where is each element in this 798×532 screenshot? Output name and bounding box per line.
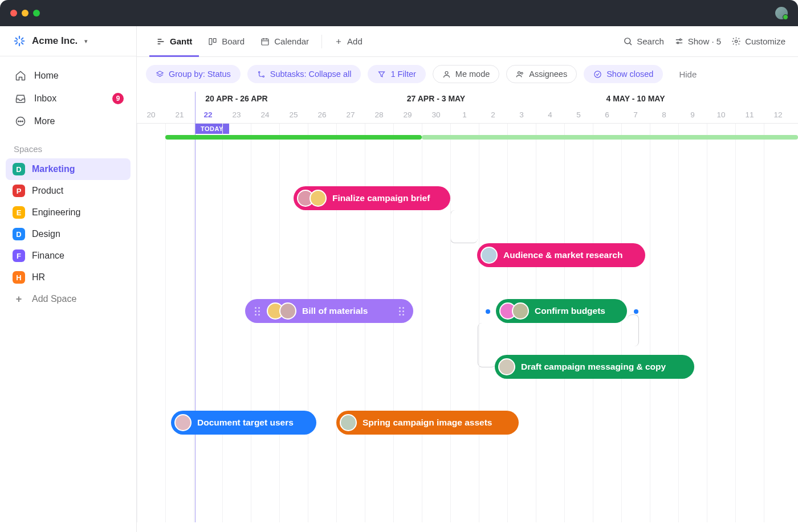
- task-audience[interactable]: Audience & market research: [477, 243, 645, 267]
- minimize-dot[interactable]: [22, 10, 28, 17]
- space-badge: D: [13, 163, 25, 175]
- nav-label: More: [34, 116, 55, 126]
- day-cell[interactable]: 25: [279, 111, 308, 119]
- svg-point-3: [22, 121, 23, 122]
- label: Show closed: [606, 69, 653, 79]
- drag-handle-icon[interactable]: [253, 307, 261, 316]
- day-cell[interactable]: 2: [479, 111, 507, 119]
- milestone-dot[interactable]: [634, 309, 638, 314]
- day-cell[interactable]: 28: [365, 111, 393, 119]
- sidebar: Acme Inc. ▾ Home Inbox 9 More: [0, 26, 137, 532]
- add-space-button[interactable]: +Add Space: [6, 288, 131, 310]
- filter-bar: Group by: Status Subtasks: Collapse all …: [137, 57, 798, 91]
- chip-assignees[interactable]: Assignees: [506, 65, 577, 83]
- close-dot[interactable]: [10, 10, 17, 17]
- tab-board[interactable]: Board: [201, 26, 251, 56]
- nav-more[interactable]: More: [8, 110, 128, 133]
- tab-calendar[interactable]: Calendar: [254, 26, 316, 56]
- svg-point-1: [18, 121, 19, 122]
- show-button[interactable]: Show · 5: [674, 36, 721, 46]
- maximize-dot[interactable]: [33, 10, 40, 17]
- task-finalize[interactable]: Finalize campaign brief: [294, 186, 450, 210]
- day-cell[interactable]: 20: [137, 111, 165, 119]
- day-cell[interactable]: 8: [650, 111, 678, 119]
- space-badge: F: [13, 249, 25, 262]
- space-item-product[interactable]: PProduct: [6, 180, 131, 202]
- space-item-marketing[interactable]: DMarketing: [6, 158, 131, 180]
- day-cell[interactable]: 26: [308, 111, 336, 119]
- home-icon: [15, 70, 26, 81]
- day-cell[interactable]: 27: [336, 111, 365, 119]
- day-cell[interactable]: 24: [251, 111, 279, 119]
- chip-me-mode[interactable]: Me mode: [433, 65, 499, 83]
- workspace-logo-icon: [13, 34, 26, 48]
- day-cell[interactable]: 22: [194, 111, 222, 119]
- connector: [478, 323, 496, 367]
- hide-button[interactable]: Hide: [673, 66, 702, 83]
- workspace-switcher[interactable]: Acme Inc. ▾: [0, 26, 136, 56]
- inbox-icon: [15, 93, 26, 104]
- task-label: Document target users: [197, 418, 294, 428]
- task-label: Bill of materials: [302, 306, 368, 316]
- chip-show-closed[interactable]: Show closed: [584, 65, 663, 83]
- nav-inbox[interactable]: Inbox 9: [8, 87, 128, 110]
- chip-filter[interactable]: 1 Filter: [368, 65, 425, 83]
- space-item-hr[interactable]: HHR: [6, 267, 131, 288]
- task-document-users[interactable]: Document target users: [171, 411, 316, 435]
- week-label: 4 MAY - 10 MAY: [536, 94, 735, 103]
- task-bill-of-materials[interactable]: Bill of materials: [245, 299, 413, 323]
- people-icon: [516, 70, 524, 79]
- svg-point-2: [20, 121, 21, 122]
- plus-icon: [335, 38, 343, 46]
- day-cell[interactable]: 3: [507, 111, 536, 119]
- today-line: [195, 92, 196, 522]
- task-spring-assets[interactable]: Spring campaign image assets: [336, 411, 519, 435]
- search-icon: [623, 36, 633, 46]
- window-controls[interactable]: [10, 10, 40, 17]
- sliders-icon: [674, 36, 684, 46]
- day-cell[interactable]: 11: [735, 111, 764, 119]
- space-label: HR: [32, 272, 45, 283]
- customize-button[interactable]: Customize: [731, 36, 785, 46]
- space-item-design[interactable]: DDesign: [6, 223, 131, 245]
- day-cell[interactable]: 5: [564, 111, 593, 119]
- svg-point-12: [263, 76, 264, 77]
- svg-point-10: [735, 40, 738, 42]
- milestone-dot[interactable]: [486, 309, 490, 314]
- label: 1 Filter: [390, 69, 416, 79]
- search-button[interactable]: Search: [623, 36, 664, 46]
- day-cell[interactable]: 21: [165, 111, 194, 119]
- inbox-badge: 9: [112, 93, 124, 104]
- tab-gantt[interactable]: Gantt: [149, 26, 199, 56]
- space-item-finance[interactable]: FFinance: [6, 245, 131, 267]
- timeline-header: 20 APR - 26 APR27 APR - 3 MAY4 MAY - 10 …: [137, 91, 798, 124]
- day-cell[interactable]: 6: [593, 111, 621, 119]
- day-cell[interactable]: 10: [707, 111, 735, 119]
- drag-handle-icon[interactable]: [397, 307, 405, 316]
- day-cell[interactable]: 7: [621, 111, 650, 119]
- plus-icon: +: [13, 293, 25, 305]
- svg-point-11: [258, 71, 260, 73]
- day-cell[interactable]: 29: [393, 111, 422, 119]
- day-cell[interactable]: 4: [536, 111, 564, 119]
- day-cell[interactable]: 1: [450, 111, 479, 119]
- label: Search: [637, 36, 664, 46]
- user-avatar[interactable]: [775, 7, 788, 19]
- task-confirm-budgets[interactable]: Confirm budgets: [496, 299, 627, 323]
- day-cell[interactable]: 23: [222, 111, 251, 119]
- day-cell[interactable]: 30: [422, 111, 450, 119]
- task-draft-messaging[interactable]: Draft campaign messaging & copy: [495, 355, 694, 379]
- space-item-engineering[interactable]: EEngineering: [6, 202, 131, 223]
- svg-point-7: [625, 38, 630, 44]
- chip-subtasks[interactable]: Subtasks: Collapse all: [247, 65, 361, 83]
- nav-home[interactable]: Home: [8, 64, 128, 87]
- day-cell[interactable]: 9: [678, 111, 707, 119]
- chip-groupby[interactable]: Group by: Status: [146, 65, 241, 83]
- space-label: Marketing: [32, 164, 75, 174]
- tab-add-view[interactable]: Add: [328, 26, 369, 56]
- connector: [628, 314, 639, 346]
- space-label: Engineering: [32, 207, 80, 218]
- task-label: Audience & market research: [503, 250, 622, 260]
- task-label: Draft campaign messaging & copy: [521, 362, 666, 372]
- day-cell[interactable]: 12: [764, 111, 792, 119]
